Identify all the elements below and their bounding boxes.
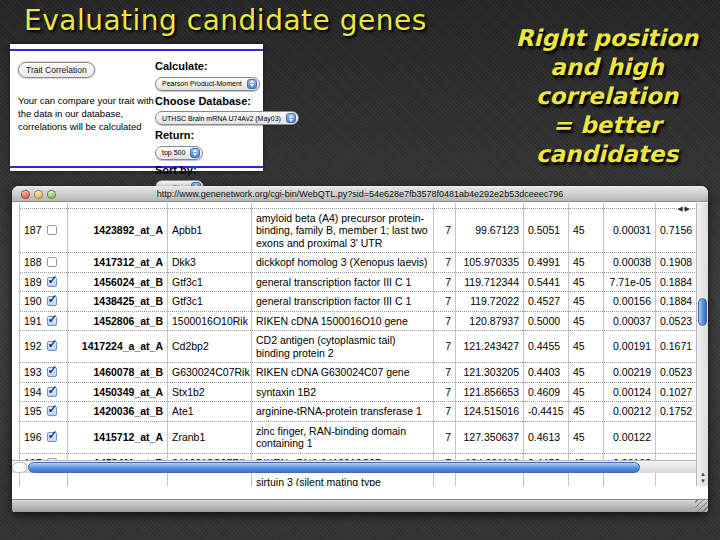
correlation-link[interactable]: -0.4415: [524, 402, 569, 422]
chromosome-cell: 7: [434, 331, 456, 363]
row-checkbox[interactable]: [47, 277, 57, 287]
gene-symbol-link[interactable]: Ate1: [168, 402, 252, 422]
row-index-cell: 198: [20, 473, 68, 487]
description-cell: syntaxin 1B2: [252, 382, 434, 402]
probe-id-link[interactable]: 1456024_at_B: [68, 272, 168, 292]
zoom-window-icon[interactable]: [47, 190, 56, 199]
calculate-dropdown[interactable]: Pearson Product-Moment: [155, 77, 260, 91]
trait-correlation-button[interactable]: Trait Correlation: [18, 62, 95, 78]
megabase-cell: 105.970335: [456, 253, 524, 273]
correlation-link[interactable]: 0.4455: [524, 331, 569, 363]
table-row: 188 1417312_at_A Dkk3 dickkopf homolog 3…: [20, 253, 705, 273]
row-checkbox[interactable]: [47, 316, 57, 326]
calculate-value: Pearson Product-Moment: [162, 80, 242, 87]
probe-id-link[interactable]: 1417892_a_at_A: [68, 473, 168, 487]
chromosome-cell: 7: [434, 292, 456, 312]
vertical-scrollbar[interactable]: ▲▼: [696, 203, 708, 486]
probe-id-link[interactable]: 1452806_at_B: [68, 311, 168, 331]
row-checkbox[interactable]: [47, 225, 57, 235]
chromosome-cell: 7: [434, 402, 456, 422]
table-row: 190 1438425_at_B Gtf3c1 general transcri…: [20, 292, 705, 312]
vertical-scroll-arrows-icon[interactable]: ▲▼: [697, 471, 708, 485]
n-cases-cell: 45: [569, 382, 604, 402]
correlation-link[interactable]: 0.4403: [524, 363, 569, 383]
correlation-link[interactable]: 0.4609: [524, 382, 569, 402]
description-cell: RIKEN cDNA 1500016O10 gene: [252, 311, 434, 331]
correlation-link[interactable]: 0.5441: [524, 272, 569, 292]
gene-symbol-link[interactable]: Gtf3c1: [168, 272, 252, 292]
probe-id-link[interactable]: 1423892_at_A: [68, 208, 168, 253]
probe-id-link[interactable]: 1460078_at_B: [68, 363, 168, 383]
vertical-scrollbar-thumb[interactable]: [698, 298, 707, 326]
row-checkbox[interactable]: [47, 367, 57, 377]
correlation-link[interactable]: 0.4527: [524, 292, 569, 312]
probe-id-link[interactable]: 1417224_a_at_A: [68, 331, 168, 363]
horizontal-scrollbar[interactable]: [12, 460, 696, 473]
pvalue-cell: 0.00124: [604, 382, 656, 402]
form-description-line: Your can compare your trait with: [18, 94, 156, 107]
chromosome-cell: 7: [434, 382, 456, 402]
pvalue-cell: 0.00156: [604, 292, 656, 312]
correlation-link[interactable]: 0.4613: [524, 421, 569, 453]
row-checkbox[interactable]: [47, 341, 57, 351]
n-cases-cell: 45: [569, 292, 604, 312]
description-cell: dickkopf homolog 3 (Xenopus laevis): [252, 253, 434, 273]
row-checkbox[interactable]: [47, 406, 57, 416]
description-cell: general transcription factor III C 1: [252, 292, 434, 312]
row-checkbox[interactable]: [47, 387, 57, 397]
close-window-icon[interactable]: [21, 190, 30, 199]
row-checkbox[interactable]: [47, 296, 57, 306]
dropdown-stepper-icon: [247, 79, 257, 89]
probe-id-link[interactable]: 1438425_at_B: [68, 292, 168, 312]
description-cell: arginine-tRNA-protein transferase 1: [252, 402, 434, 422]
horizontal-scroll-arrows-icon[interactable]: ◀▶: [677, 205, 692, 470]
probe-id-link[interactable]: 1450349_at_A: [68, 382, 168, 402]
form-description-line: the data in our database,: [18, 107, 156, 120]
correlation-link[interactable]: -0.4482: [524, 473, 569, 487]
gene-symbol-link[interactable]: Zranb1: [168, 421, 252, 453]
megabase-cell: 121.243427: [456, 331, 524, 363]
gene-symbol-link[interactable]: Dkk3: [168, 253, 252, 273]
probe-id-link[interactable]: 1415712_at_A: [68, 421, 168, 453]
megabase-cell: 121.303205: [456, 363, 524, 383]
dropdown-stepper-icon: [286, 113, 296, 123]
return-dropdown[interactable]: top 500: [155, 146, 203, 160]
description-cell: sirtuin 3 (silent mating type informatio…: [252, 473, 434, 487]
row-checkbox[interactable]: [47, 432, 57, 442]
resize-grip-icon[interactable]: [695, 499, 708, 512]
probe-id-link[interactable]: 1417312_at_A: [68, 253, 168, 273]
gene-symbol-link[interactable]: G630024C07Rik: [168, 363, 252, 383]
pvalue-cell: 0.00212: [604, 402, 656, 422]
description-cell: zinc finger, RAN-binding domain containi…: [252, 421, 434, 453]
horizontal-scrollbar-thumb[interactable]: [28, 462, 640, 473]
row-index-cell: 193: [20, 363, 68, 383]
chromosome-cell: 7: [434, 272, 456, 292]
correlation-form-panel: Trait Correlation Your can compare your …: [10, 44, 263, 171]
pvalue-cell: 7.71e-05: [604, 272, 656, 292]
gene-symbol-link[interactable]: 1500016O10Rik: [168, 311, 252, 331]
gene-symbol-link[interactable]: Apbb1: [168, 208, 252, 253]
n-cases-cell: 45: [569, 402, 604, 422]
chromosome-cell: 7: [434, 208, 456, 253]
database-dropdown[interactable]: UTHSC Brain mRNA U74Av2 (May03): [155, 111, 299, 125]
correlation-results-table: 187 1423892_at_A Apbb1 amyloid beta (A4)…: [19, 203, 705, 486]
gene-symbol-link[interactable]: Stx1b2: [168, 382, 252, 402]
row-index-cell: 190: [20, 292, 68, 312]
browser-titlebar[interactable]: http://www.genenetwork.org/cgi-bin/WebQT…: [12, 186, 708, 202]
correlation-link[interactable]: 0.5051: [524, 208, 569, 253]
gene-symbol-link[interactable]: Sirt3: [168, 473, 252, 487]
row-checkbox[interactable]: [47, 257, 57, 267]
chromosome-cell: 7: [434, 421, 456, 453]
form-description-line: correlations will be calculated: [18, 120, 156, 133]
correlation-link[interactable]: 0.4991: [524, 253, 569, 273]
gene-symbol-link[interactable]: Gtf3c1: [168, 292, 252, 312]
n-cases-cell: 45: [569, 421, 604, 453]
probe-id-link[interactable]: 1420036_at_B: [68, 402, 168, 422]
form-description: Your can compare your trait with the dat…: [18, 94, 156, 133]
minimize-window-icon[interactable]: [34, 190, 43, 199]
gene-symbol-link[interactable]: Cd2bp2: [168, 331, 252, 363]
callout-line: candidates: [498, 140, 716, 169]
chromosome-cell: 7: [434, 253, 456, 273]
correlation-link[interactable]: 0.5000: [524, 311, 569, 331]
chromosome-cell: 7: [434, 311, 456, 331]
